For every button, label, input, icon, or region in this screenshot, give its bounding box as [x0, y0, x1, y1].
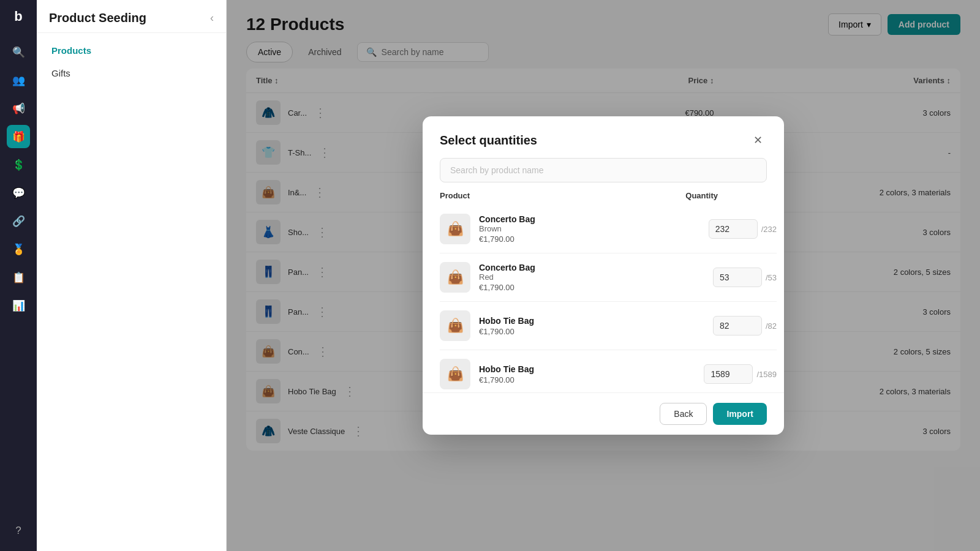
modal-col-headers: Product Quantity — [423, 191, 784, 205]
modal-quantity-input[interactable] — [713, 316, 762, 335]
modal-close-button[interactable]: ✕ — [748, 131, 767, 149]
sidebar-item-products-label: Products — [51, 45, 91, 56]
modal-quantity-input[interactable] — [704, 364, 753, 384]
modal-product-info: 👜 Hobo Tie Bag €1,790.00 — [440, 310, 534, 341]
modal-overlay: Select quantities ✕ Product Quantity 👜 C… — [227, 0, 980, 551]
nav-icon-medal[interactable]: 🏅 — [7, 238, 30, 261]
nav-icon-chat[interactable]: 💬 — [7, 181, 30, 204]
modal-product-price: €1,790.00 — [479, 375, 534, 384]
sidebar-item-products[interactable]: Products — [37, 39, 226, 62]
modal-quantity-max: /82 — [766, 321, 777, 331]
modal-product-details: Concerto Bag Brown €1,790.00 — [479, 214, 535, 244]
icon-sidebar: b 🔍 👥 📢 🎁 💲 💬 🔗 🏅 📋 📊 ? — [0, 0, 37, 551]
modal-product-name: Hobo Tie Bag — [479, 316, 534, 326]
modal-back-button[interactable]: Back — [660, 403, 707, 425]
modal-title: Select quantities — [440, 133, 537, 148]
sidebar: Product Seeding ‹ Products Gifts — [37, 0, 227, 551]
modal-quantity-max: /232 — [761, 225, 777, 234]
nav-icon-help[interactable]: ? — [7, 519, 30, 542]
sidebar-collapse-button[interactable]: ‹ — [210, 12, 214, 24]
modal-product-thumbnail: 👜 — [440, 262, 470, 293]
sidebar-header: Product Seeding ‹ — [37, 0, 226, 33]
modal-product-name: Concerto Bag — [479, 263, 535, 272]
modal-product-thumbnail: 👜 — [440, 310, 470, 341]
modal-product-info: 👜 Hobo Tie Bag €1,790.00 — [440, 359, 534, 389]
sidebar-nav: Products Gifts — [37, 33, 226, 91]
modal-quantity-max: /53 — [766, 273, 777, 282]
modal-product-thumbnail: 👜 — [440, 359, 470, 389]
sidebar-item-gifts[interactable]: Gifts — [37, 62, 226, 84]
app-logo: b — [14, 9, 22, 24]
modal-search-input[interactable] — [440, 158, 767, 182]
modal-quantity-max: /1589 — [756, 370, 777, 379]
nav-icon-bar[interactable]: 📊 — [7, 294, 30, 317]
modal-footer: Back Import — [423, 392, 784, 435]
sidebar-item-gifts-label: Gifts — [51, 68, 70, 78]
modal-product-details: Hobo Tie Bag €1,790.00 — [479, 316, 534, 336]
nav-icon-gift[interactable]: 🎁 — [7, 125, 30, 148]
modal-product-row: 👜 Hobo Tie Bag €1,790.00 /1589 — [440, 350, 777, 392]
modal-quantity-input[interactable] — [713, 268, 762, 287]
modal-quantity-cell: /1589 — [704, 364, 777, 384]
modal-product-price: €1,790.00 — [479, 283, 535, 292]
nav-icon-list[interactable]: 📋 — [7, 266, 30, 289]
modal-quantity-cell: /53 — [713, 268, 777, 287]
modal-product-row: 👜 Concerto Bag Brown €1,790.00 /232 — [440, 205, 777, 253]
select-quantities-modal: Select quantities ✕ Product Quantity 👜 C… — [423, 116, 784, 435]
sidebar-title: Product Seeding — [49, 11, 146, 25]
modal-product-name: Concerto Bag — [479, 214, 535, 224]
modal-product-details: Concerto Bag Red €1,790.00 — [479, 263, 535, 292]
modal-product-price: €1,790.00 — [479, 327, 534, 336]
modal-col-product: Product — [440, 191, 470, 200]
modal-quantity-cell: /82 — [713, 316, 777, 335]
modal-product-price: €1,790.00 — [479, 234, 535, 244]
modal-search-area — [423, 158, 784, 191]
nav-icon-users[interactable]: 👥 — [7, 69, 30, 92]
nav-icon-link[interactable]: 🔗 — [7, 209, 30, 233]
modal-product-row: 👜 Hobo Tie Bag €1,790.00 /82 — [440, 302, 777, 350]
modal-col-quantity: Quantity — [685, 191, 718, 200]
main-content: 12 Products Import ▾ Add product Active … — [227, 0, 980, 551]
modal-product-name: Hobo Tie Bag — [479, 364, 534, 374]
modal-product-thumbnail: 👜 — [440, 214, 470, 244]
modal-import-button[interactable]: Import — [713, 403, 767, 425]
nav-icon-megaphone[interactable]: 📢 — [7, 97, 30, 120]
modal-product-color: Red — [479, 272, 535, 282]
modal-quantity-cell: /232 — [709, 219, 777, 239]
modal-product-row: 👜 Concerto Bag Red €1,790.00 /53 — [440, 253, 777, 302]
modal-product-list: 👜 Concerto Bag Brown €1,790.00 /232 👜 Co… — [423, 205, 784, 392]
nav-icon-dollar[interactable]: 💲 — [7, 153, 30, 176]
modal-product-color: Brown — [479, 224, 535, 233]
modal-product-info: 👜 Concerto Bag Red €1,790.00 — [440, 262, 535, 293]
nav-icon-search[interactable]: 🔍 — [7, 40, 30, 64]
modal-product-info: 👜 Concerto Bag Brown €1,790.00 — [440, 214, 535, 244]
modal-product-details: Hobo Tie Bag €1,790.00 — [479, 364, 534, 384]
modal-quantity-input[interactable] — [709, 219, 758, 239]
modal-header: Select quantities ✕ — [423, 116, 784, 158]
